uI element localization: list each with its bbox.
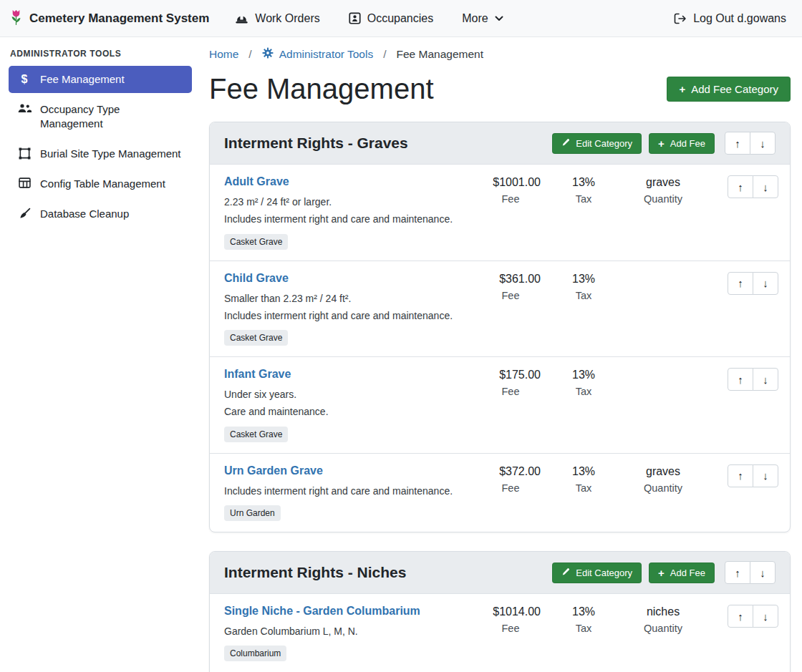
sidebar-item-config-table-management[interactable]: Config Table Management xyxy=(9,170,192,198)
nav-occupancies[interactable]: Occupancies xyxy=(349,12,434,25)
breadcrumb: Home / Administrator Tool xyxy=(209,47,791,62)
category-reorder-buttons: ↑ ↓ xyxy=(725,561,776,584)
sidebar-item-occupancy-type-management[interactable]: Occupancy Type Management xyxy=(9,96,192,137)
move-fee-down-button[interactable]: ↓ xyxy=(753,368,778,391)
fee-description: Includes interment right and care and ma… xyxy=(224,308,463,323)
fee-tax-column: 13% Tax xyxy=(551,272,617,301)
fee-quantity-label: Quantity xyxy=(617,482,710,494)
sidebar-item-fee-management[interactable]: $ Fee Management xyxy=(9,66,192,93)
fee-actions: ↑ ↓ xyxy=(710,605,778,628)
category-title: Interment Rights - Graves xyxy=(224,135,408,152)
fee-amount-column: $1001.00 Fee xyxy=(470,175,551,205)
fee-description: Under six years. xyxy=(224,387,463,401)
breadcrumb-admin-tools-link[interactable]: Administrator Tools xyxy=(262,47,374,62)
broom-icon xyxy=(17,207,32,220)
occupancy-icon xyxy=(349,12,361,24)
fee-category-card-niches: Interment Rights - Niches Edit Category … xyxy=(209,551,791,672)
move-fee-down-button[interactable]: ↓ xyxy=(753,464,778,487)
add-fee-category-button[interactable]: + Add Fee Category xyxy=(667,77,791,102)
fee-quantity-column: niches Quantity xyxy=(617,605,710,634)
arrow-down-icon: ↓ xyxy=(760,137,765,150)
move-category-up-button[interactable]: ↑ xyxy=(725,132,750,155)
arrow-down-icon: ↓ xyxy=(760,567,765,579)
fee-quantity-column: graves Quantity xyxy=(617,175,710,205)
arrow-up-icon: ↑ xyxy=(738,610,743,623)
fee-details: Child Grave Smaller than 2.23 m² / 24 ft… xyxy=(224,272,470,346)
fee-tax: 13% xyxy=(551,273,617,286)
move-fee-up-button[interactable]: ↑ xyxy=(728,175,753,198)
arrow-down-icon: ↓ xyxy=(763,277,768,289)
move-fee-up-button[interactable]: ↑ xyxy=(728,272,753,295)
arrow-down-icon: ↓ xyxy=(763,469,768,482)
fee-name-link[interactable]: Urn Garden Grave xyxy=(224,464,323,477)
logout-link[interactable]: Log Out d.gowans xyxy=(674,12,786,25)
arrow-up-icon: ↑ xyxy=(735,567,740,579)
arrow-up-icon: ↑ xyxy=(738,374,743,386)
fee-name-link[interactable]: Adult Grave xyxy=(224,175,289,188)
add-fee-category-label: Add Fee Category xyxy=(691,83,778,95)
tulip-logo-icon xyxy=(9,8,24,29)
breadcrumb-home-link[interactable]: Home xyxy=(209,48,238,61)
nav-work-orders[interactable]: Work Orders xyxy=(235,12,319,25)
app-brand[interactable]: Cemetery Management System xyxy=(9,8,209,29)
edit-category-button[interactable]: Edit Category xyxy=(552,133,642,154)
move-category-down-button[interactable]: ↓ xyxy=(750,132,776,155)
arrow-up-icon: ↑ xyxy=(738,469,743,482)
fee-amount-column: $175.00 Fee xyxy=(470,368,551,397)
pencil-icon xyxy=(561,568,570,578)
move-fee-up-button[interactable]: ↑ xyxy=(728,464,753,487)
move-fee-up-button[interactable]: ↑ xyxy=(728,368,753,391)
dollar-icon: $ xyxy=(17,72,32,86)
fee-tax-label: Tax xyxy=(551,482,617,494)
arrow-down-icon: ↓ xyxy=(763,374,768,386)
breadcrumb-separator: / xyxy=(383,48,386,61)
nav-more-label: More xyxy=(462,12,488,25)
move-category-up-button[interactable]: ↑ xyxy=(725,561,750,584)
fee-quantity: graves xyxy=(617,465,710,478)
sidebar-item-label: Config Table Management xyxy=(40,177,165,191)
move-fee-down-button[interactable]: ↓ xyxy=(753,605,778,628)
nav-more[interactable]: More xyxy=(462,12,503,25)
add-fee-button[interactable]: + Add Fee xyxy=(649,133,715,154)
move-fee-up-button[interactable]: ↑ xyxy=(728,605,753,628)
breadcrumb-separator: / xyxy=(248,48,251,61)
category-reorder-buttons: ↑ ↓ xyxy=(725,132,776,155)
fee-description: Includes interment right and care and ma… xyxy=(224,212,463,226)
fee-type-badge: Urn Garden xyxy=(224,505,281,521)
fee-tax: 13% xyxy=(551,176,617,189)
main-content: Home / Administrator Tool xyxy=(200,37,802,672)
edit-category-button[interactable]: Edit Category xyxy=(552,563,642,583)
fee-tax-label: Tax xyxy=(551,386,617,397)
sidebar-item-burial-site-type-management[interactable]: Burial Site Type Management xyxy=(9,140,192,167)
fee-tax-column: 13% Tax xyxy=(551,368,617,397)
fee-quantity-column xyxy=(617,272,710,273)
sidebar-item-database-cleanup[interactable]: Database Cleanup xyxy=(9,200,192,228)
sidebar: ADMINISTRATOR TOOLS $ Fee Management Occ… xyxy=(0,37,200,672)
fee-quantity: niches xyxy=(617,605,710,618)
fee-details: Urn Garden Grave Includes interment righ… xyxy=(224,464,470,521)
nav-right: Log Out d.gowans xyxy=(674,12,786,25)
table-icon xyxy=(17,177,32,188)
fee-quantity-column: graves Quantity xyxy=(617,464,710,494)
add-fee-button[interactable]: + Add Fee xyxy=(649,563,715,583)
pencil-icon xyxy=(561,138,570,149)
fee-amount-label: Fee xyxy=(470,193,551,205)
hard-hat-icon xyxy=(235,13,248,24)
fee-description: Care and maintenance. xyxy=(224,404,463,419)
edit-category-label: Edit Category xyxy=(576,138,632,149)
fee-row: Adult Grave 2.23 m² / 24 ft² or larger. … xyxy=(210,164,790,260)
nav-links: Work Orders Occupancies More xyxy=(235,12,503,25)
fee-type-badge: Casket Grave xyxy=(224,427,288,442)
fee-amount-label: Fee xyxy=(470,482,551,494)
fee-tax: 13% xyxy=(551,465,617,478)
fee-name-link[interactable]: Single Niche - Garden Columbarium xyxy=(224,605,420,618)
move-category-down-button[interactable]: ↓ xyxy=(750,561,776,584)
fee-name-link[interactable]: Child Grave xyxy=(224,272,289,285)
fee-amount: $361.00 xyxy=(470,273,551,286)
logout-label: Log Out d.gowans xyxy=(693,12,786,25)
move-fee-down-button[interactable]: ↓ xyxy=(753,272,778,295)
sidebar-item-label: Fee Management xyxy=(40,72,125,87)
fee-name-link[interactable]: Infant Grave xyxy=(224,368,291,381)
move-fee-down-button[interactable]: ↓ xyxy=(753,175,778,198)
fee-tax: 13% xyxy=(551,369,617,381)
